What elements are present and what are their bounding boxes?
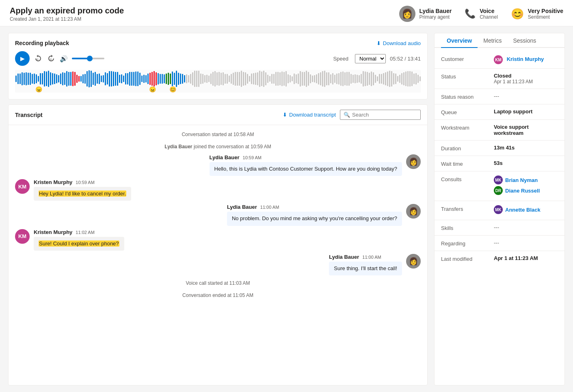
detail-label: Skills [441,224,494,231]
waveform-bar [281,71,283,87]
waveform-bar [111,71,112,86]
download-audio-link[interactable]: ⬇ Download audio [376,40,421,46]
detail-value: MK Brian Nyman DR Diane Russell [494,175,558,197]
tab-metrics[interactable]: Metrics [478,33,507,48]
highlighted-text: Hey Lydia! I'd like to cancel my order. [39,191,126,197]
detail-label: Wait time [441,160,494,167]
waveform-bar [115,72,116,86]
channel-info: 📞 Voice Channel [465,8,498,20]
rewind-forward-button[interactable]: 30 [47,54,56,63]
transcript-card: Transcript ⬇ Download transcript 🔍 [8,104,428,386]
waveform-bar [139,73,141,85]
waveform[interactable]: 😠 😠 😊 [15,70,421,93]
waveform-bar [95,72,96,86]
sentiment-text: Very Positive Sentiment [528,8,563,20]
waveform-bar [72,71,74,86]
detail-row-status-reason: Status reason --- [435,89,564,104]
waveform-bar [389,71,390,87]
search-input[interactable] [352,112,417,118]
waveform-bar [292,76,293,81]
status-value: Closed [494,73,558,79]
waveform-bar [151,72,153,85]
channel-label: Channel [480,14,498,20]
detail-row-regarding: Regarding --- [435,236,564,251]
customer-name-link[interactable]: Kristin Murphy [507,56,544,62]
waveform-bar [229,76,230,82]
agent-photo: 👩 [406,254,421,269]
waveform-bar [245,72,246,85]
waveform-bar [296,74,297,83]
details-body: Customer KM Kristin Murphy Status Closed… [435,48,564,385]
customer-bubble-wrap: Kristen Murphy 11:02 AM Sure! Could I ex… [34,229,124,251]
detail-value: --- [494,93,558,99]
waveform-bar [409,71,411,87]
consult-avatar: DR [494,186,503,195]
detail-value: MK Annette Black [494,205,558,216]
transfer-item: MK Annette Black [494,205,558,214]
tab-overview[interactable]: Overview [441,33,478,48]
waveform-bar [40,73,41,85]
waveform-bar [44,71,45,87]
waveform-bar [26,72,27,85]
waveform-bar [164,74,165,84]
waveform-bar [210,74,212,84]
transfer-name[interactable]: Annette Black [505,207,541,213]
waveform-bar [97,74,98,84]
volume-button[interactable]: 🔊 [60,55,68,63]
waveform-bar [162,74,163,83]
waveform-bar [361,74,362,84]
consult-name[interactable]: Brian Nyman [505,177,538,183]
speed-label: Speed [333,56,348,62]
waveform-bar [318,73,319,85]
waveform-bar [121,74,122,83]
waveform-bar [54,74,55,84]
waveform-bar [46,71,47,86]
waveform-bar [397,76,398,82]
recording-card: Recording playback ⬇ Download audio ▶ 10… [8,33,428,100]
sentiment-marker-angry-2: 😠 [149,86,156,93]
waveform-bar [143,75,145,83]
waveform-bar [399,75,400,83]
bubble-meta: Kristen Murphy 10:59 AM [34,179,131,185]
waveform-bar [251,74,252,84]
detail-label: Customer [441,55,494,62]
waveform-bar [93,73,94,84]
waveform-bar [314,75,315,82]
detail-label: Queue [441,108,494,115]
waveform-bar [271,74,272,84]
waveform-bar [259,71,260,87]
play-button[interactable]: ▶ [15,51,30,66]
detail-row-last-modified: Last modified Apr 1 at 11:23 AM [435,251,564,266]
waveform-bar [310,74,311,83]
download-transcript-link[interactable]: ⬇ Download transcript [283,112,336,118]
consult-name[interactable]: Diane Russell [505,188,540,194]
waveform-bar [186,74,187,84]
detail-label: Duration [441,145,494,152]
waveform-bar [225,74,226,83]
header-meta: 👩 Lydia Bauer Primary agent 📞 Voice Chan… [399,6,564,22]
waveform-bar [277,72,279,85]
tab-sessions[interactable]: Sessions [507,33,542,48]
detail-row-queue: Queue Laptop support [435,104,564,120]
waveform-bar [308,72,309,86]
waveform-bar [99,74,100,84]
waveform-bar [42,73,43,84]
detail-label: Last modified [441,255,494,262]
waveform-bar [312,76,313,82]
waveform-bar [198,71,199,87]
waveform-bar [377,76,378,81]
volume-slider[interactable] [72,58,104,59]
waveform-bar [417,75,419,83]
waveform-bar [367,72,368,86]
rewind-back-button[interactable]: 10 [34,54,43,63]
detail-row-duration: Duration 13m 41s [435,141,564,156]
waveform-bar [330,74,331,83]
bubble-time: 11:00 AM [362,255,381,260]
agent-bubble-wrap: Lydia Bauer 11:00 AM No problem. Do you … [227,204,402,225]
speed-select[interactable]: Normal 0.5x 0.75x 1.25x 1.5x 2x [355,54,386,63]
search-box[interactable]: 🔍 [340,110,421,120]
svg-text:30: 30 [50,58,52,61]
waveform-bar [393,73,394,85]
waveform-bar [300,71,301,87]
detail-row-customer: Customer KM Kristin Murphy [435,51,564,69]
